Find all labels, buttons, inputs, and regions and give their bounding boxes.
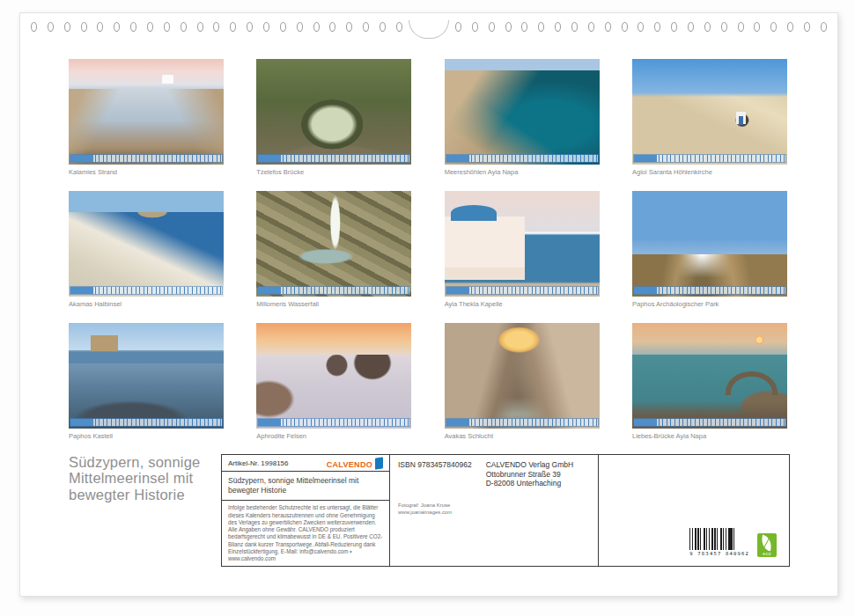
thumbnail-cell: Agioi Saranta Höhlenkirche	[632, 59, 787, 176]
photo-caption: Kalamies Strand	[69, 168, 224, 176]
mini-calendar-strip	[634, 419, 785, 426]
binding-ring-icon	[164, 22, 170, 32]
binding-ring-icon	[538, 22, 544, 32]
binding-ring-icon	[197, 22, 203, 32]
photo-akamas-halbinsel	[69, 191, 224, 297]
mini-calendar-strip	[70, 287, 222, 294]
photo-caption: Millomeris Wasserfall	[256, 300, 411, 308]
thumbnail-cell: Millomeris Wasserfall	[256, 191, 411, 308]
photo-caption: Agioi Saranta Höhlenkirche	[632, 168, 787, 176]
binding-ring-icon	[605, 22, 611, 32]
footer-section: Südzypern, sonnige Mittelmeerinsel mit b…	[69, 454, 790, 567]
binding-ring-icon	[31, 22, 37, 32]
binding-ring-icon	[638, 22, 644, 32]
binding-ring-icon	[147, 22, 153, 32]
photo-caption: Paphos Archäologischer Park	[632, 300, 787, 308]
thumbnail-cell: Liebes-Brücke Ayia Napa	[632, 323, 787, 440]
photo-aphrodite-felsen	[256, 323, 411, 429]
title-line: Mittelmeerinsel mit	[69, 470, 221, 486]
binding-ring-icon	[622, 22, 628, 32]
title-line: Südzypern, sonnige	[69, 454, 221, 470]
binding-ring-icon	[688, 22, 694, 32]
binding-ring-icon	[821, 22, 827, 32]
publisher-line: Ottobrunner Straße 39	[486, 470, 574, 480]
calendar-title: Südzypern, sonnige Mittelmeerinsel mit b…	[69, 454, 221, 567]
photo-caption: Meereshöhlen Ayia Napa	[445, 168, 600, 176]
binding-ring-icon	[247, 22, 253, 32]
binding-ring-icon	[263, 22, 269, 32]
binding-ring-icon	[754, 22, 760, 32]
article-number: Artikel-Nr. 1998156	[228, 459, 288, 467]
mini-calendar-strip	[634, 287, 785, 294]
leaf-icon	[759, 535, 773, 552]
mini-calendar-strip	[446, 419, 598, 426]
binding-ring-icon	[363, 22, 369, 32]
thumbnail-cell: Akamas Halbinsel	[69, 191, 224, 308]
binding-ring-icon	[329, 22, 335, 32]
thumbnail-cell: Meereshöhlen Ayia Napa	[445, 59, 600, 176]
thumbnail-cell: Avakas Schlucht	[445, 323, 600, 440]
title-line: bewegter Historie	[69, 487, 221, 502]
barcode-number: 9 783457 840962	[689, 551, 749, 556]
binding-ring-icon	[555, 22, 561, 32]
thumbnail-cell: Aphrodite Felsen	[256, 323, 411, 440]
binding-rings-left	[31, 22, 402, 34]
isbn-number: ISBN 9783457840962	[398, 460, 472, 488]
mini-calendar-strip	[446, 287, 598, 294]
photo-meereshoehlen-ayia-napa	[445, 59, 600, 165]
calvendo-flag-icon	[375, 457, 383, 469]
binding-ring-icon	[654, 22, 660, 32]
photo-paphos-kastell	[69, 323, 224, 429]
photographer-line: Fotograf: Joana Kruse	[398, 502, 590, 509]
photo-caption: Ayia Thekla Kapelle	[445, 300, 600, 308]
binding-ring-icon	[81, 22, 87, 32]
binding-ring-icon	[130, 22, 136, 32]
photo-grid: Kalamies Strand Tzelefos Brücke Meereshö…	[69, 59, 787, 440]
photo-caption: Paphos Kastell	[69, 432, 224, 440]
photo-caption: Akamas Halbinsel	[69, 300, 224, 308]
publisher-address: CALVENDO Verlag GmbH Ottobrunner Straße …	[486, 460, 574, 488]
binding-ring-icon	[230, 22, 236, 32]
binding-ring-icon	[521, 22, 527, 32]
calvendo-logo: CALVENDO	[327, 455, 383, 471]
binding-ring-icon	[297, 22, 303, 32]
photo-tzelefos-bruecke	[256, 59, 411, 165]
info-box-title: Südzypern, sonnige Mittelmeerinsel mit b…	[222, 472, 389, 501]
barcode-bars-icon	[689, 528, 737, 550]
binding-ring-icon	[114, 22, 120, 32]
binding-ring-icon	[671, 22, 677, 32]
thumbnail-cell: Paphos Archäologischer Park	[632, 191, 787, 308]
binding-ring-icon	[588, 22, 594, 32]
thumbnail-cell: Kalamies Strand	[69, 59, 224, 176]
thumbnail-cell: Ayia Thekla Kapelle	[445, 191, 600, 308]
photo-kalamies-strand	[69, 59, 224, 165]
calvendo-logo-text: CALVENDO	[327, 460, 372, 469]
binding-ring-icon	[489, 22, 495, 32]
binding-ring-icon	[97, 22, 103, 32]
eco-badge-label: eco	[757, 551, 777, 556]
thumbnail-cell: Paphos Kastell	[69, 323, 224, 440]
binding-ring-icon	[770, 22, 777, 32]
photo-millomeris-wasserfall	[256, 191, 411, 297]
photo-caption: Liebes-Brücke Ayia Napa	[632, 432, 787, 440]
binding-ring-icon	[346, 22, 352, 32]
photographer-line: www.joanaimages.com	[398, 509, 590, 516]
calendar-back-page: Kalamies Strand Tzelefos Brücke Meereshö…	[19, 12, 838, 597]
binding-ring-icon	[181, 22, 187, 32]
wire-binding	[20, 22, 837, 34]
binding-ring-icon	[280, 22, 286, 32]
binding-ring-icon	[213, 22, 219, 32]
photo-caption: Aphrodite Felsen	[256, 432, 411, 440]
info-right-column: 9 783457 840962 eco	[599, 455, 789, 566]
photo-ayia-thekla-kapelle	[445, 191, 600, 297]
photo-avakas-schlucht	[445, 323, 600, 429]
binding-ring-icon	[313, 22, 320, 32]
photo-paphos-archaeologischer-park	[632, 191, 787, 297]
article-row: Artikel-Nr. 1998156 CALVENDO	[222, 455, 389, 472]
mini-calendar-strip	[70, 419, 222, 426]
info-middle-column: ISBN 9783457840962 CALVENDO Verlag GmbH …	[390, 455, 599, 566]
binding-ring-icon	[571, 22, 578, 32]
photo-liebes-bruecke-ayia-napa	[632, 323, 787, 429]
info-left-column: Artikel-Nr. 1998156 CALVENDO Südzypern, …	[222, 455, 390, 566]
mini-calendar-strip	[70, 155, 222, 162]
